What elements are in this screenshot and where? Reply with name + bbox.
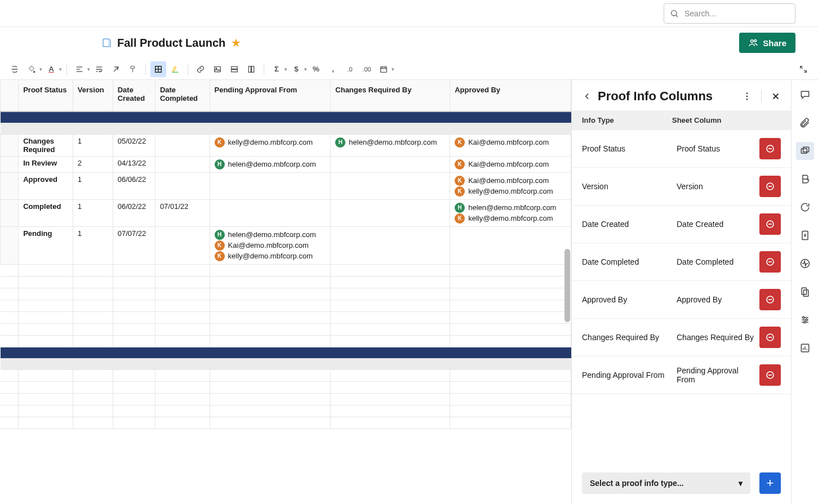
cell-version[interactable]: 1 [73, 172, 113, 199]
search-input[interactable] [683, 8, 789, 19]
empty-row[interactable] [1, 335, 571, 347]
cell-changes[interactable] [331, 226, 450, 264]
table-row[interactable]: Pending 1 07/07/22 Hhelen@demo.mbfcorp.c… [1, 226, 571, 264]
cell-created[interactable]: 07/07/22 [113, 226, 155, 264]
back-icon[interactable] [582, 91, 592, 101]
rail-brandfolder-icon[interactable] [796, 170, 814, 188]
cell-pending[interactable]: Hhelen@demo.mbfcorp.comKKai@demo.mbfcorp… [210, 226, 331, 264]
image-button[interactable] [210, 61, 225, 77]
remove-mapping-button[interactable] [759, 327, 781, 348]
cell-completed[interactable] [155, 134, 210, 156]
table-row[interactable]: In Review 2 04/13/22 Hhelen@demo.mbfcorp… [1, 156, 571, 172]
sum-button[interactable]: Σ [269, 61, 284, 77]
cell-created[interactable]: 05/02/22 [113, 134, 155, 156]
rail-export-icon[interactable] [796, 226, 814, 244]
rail-proof-icon[interactable] [796, 142, 814, 160]
rail-attachments-icon[interactable] [796, 114, 814, 132]
cell-completed[interactable] [155, 172, 210, 199]
cell-version[interactable]: 2 [73, 156, 113, 172]
cell-status[interactable]: Completed [19, 199, 73, 226]
section-row[interactable] [1, 111, 571, 123]
col-header-approved[interactable]: Approved By [450, 80, 571, 111]
rail-copy-icon[interactable] [796, 283, 814, 301]
cell-approved[interactable]: Hhelen@demo.mbfcorp.comKkelly@demo.mbfco… [450, 199, 571, 226]
remove-mapping-button[interactable] [759, 364, 781, 386]
star-icon[interactable]: ★ [231, 37, 241, 48]
empty-row[interactable] [1, 323, 571, 335]
cell-approved[interactable] [450, 226, 571, 264]
expand-button[interactable] [795, 61, 811, 77]
cell-approved[interactable]: KKai@demo.mbfcorp.comKkelly@demo.mbfcorp… [450, 172, 571, 199]
rail-refresh-icon[interactable] [796, 198, 814, 216]
empty-row[interactable] [1, 311, 571, 323]
cell-pending[interactable] [210, 199, 331, 226]
empty-row[interactable] [1, 288, 571, 300]
remove-mapping-button[interactable] [759, 251, 781, 273]
table-row[interactable]: Completed 1 06/02/22 07/01/22 Hhelen@dem… [1, 199, 571, 226]
empty-row[interactable] [1, 276, 571, 288]
cell-changes[interactable] [331, 172, 450, 199]
cell-version[interactable]: 1 [73, 134, 113, 156]
format-painter-button[interactable] [125, 61, 141, 77]
rail-chart-icon[interactable] [796, 339, 814, 357]
empty-row[interactable] [1, 264, 571, 276]
fill-color-button[interactable] [24, 61, 39, 77]
close-icon[interactable] [771, 91, 781, 101]
cell-approved[interactable]: KKai@demo.mbfcorp.com [450, 156, 571, 172]
select-info-type-dropdown[interactable]: Select a proof info type... ▾ [582, 472, 750, 494]
currency-button[interactable]: $ [288, 61, 304, 77]
text-color-button[interactable]: A [43, 61, 59, 77]
add-mapping-button[interactable]: + [759, 472, 781, 494]
remove-mapping-button[interactable] [759, 138, 781, 159]
cell-changes[interactable]: Hhelen@demo.mbfcorp.com [331, 134, 450, 156]
empty-row[interactable] [1, 393, 571, 405]
cell-status[interactable]: Changes Required [19, 134, 73, 156]
cell-created[interactable]: 06/06/22 [113, 172, 155, 199]
rail-settings-icon[interactable] [796, 311, 814, 329]
thousands-button[interactable]: , [325, 61, 341, 77]
vertical-scrollbar[interactable] [564, 249, 570, 322]
col-header-created[interactable]: Date Created [113, 80, 155, 111]
empty-row[interactable] [1, 369, 571, 381]
more-icon[interactable] [742, 91, 752, 101]
col-header-status[interactable]: Proof Status [19, 80, 73, 111]
empty-row[interactable] [1, 417, 571, 429]
remove-mapping-button[interactable] [759, 176, 781, 197]
share-button[interactable]: Share [739, 33, 795, 53]
cell-status[interactable]: In Review [19, 156, 73, 172]
cell-created[interactable]: 04/13/22 [113, 156, 155, 172]
rail-comments-icon[interactable] [796, 86, 814, 104]
remove-mapping-button[interactable] [759, 289, 781, 310]
highlight-button[interactable] [167, 61, 183, 77]
remove-mapping-button[interactable] [759, 213, 781, 235]
section-row[interactable] [1, 347, 571, 358]
empty-row[interactable] [1, 300, 571, 311]
cell-completed[interactable] [155, 226, 210, 264]
empty-row[interactable] [1, 405, 571, 417]
cell-status[interactable]: Pending [19, 226, 73, 264]
clear-format-button[interactable] [108, 61, 124, 77]
col-header-completed[interactable]: Date Completed [155, 80, 210, 111]
table-row[interactable]: Changes Required 1 05/02/22 Kkelly@demo.… [1, 134, 571, 156]
cell-version[interactable]: 1 [73, 226, 113, 264]
grid-view-button[interactable] [150, 61, 166, 77]
cell-completed[interactable]: 07/01/22 [155, 199, 210, 226]
increase-decimal-button[interactable]: .00 [359, 61, 375, 77]
wrap-button[interactable] [91, 61, 107, 77]
cell-version[interactable]: 1 [73, 199, 113, 226]
cell-completed[interactable] [155, 156, 210, 172]
percent-button[interactable]: % [308, 61, 324, 77]
cell-pending[interactable]: Hhelen@demo.mbfcorp.com [210, 156, 331, 172]
cell-approved[interactable]: KKai@demo.mbfcorp.com [450, 134, 571, 156]
cell-pending[interactable] [210, 172, 331, 199]
cell-created[interactable]: 06/02/22 [113, 199, 155, 226]
col-header-pending[interactable]: Pending Approval From [210, 80, 331, 111]
cell-changes[interactable] [331, 156, 450, 172]
cell-status[interactable]: Approved [19, 172, 73, 199]
empty-row[interactable] [1, 381, 571, 393]
link-button[interactable] [193, 61, 208, 77]
strikethrough-button[interactable] [7, 61, 23, 77]
grid-area[interactable]: Proof Status Version Date Created Date C… [0, 80, 571, 504]
cell-pending[interactable]: Kkelly@demo.mbfcorp.com [210, 134, 331, 156]
rail-activity-icon[interactable] [796, 255, 814, 273]
